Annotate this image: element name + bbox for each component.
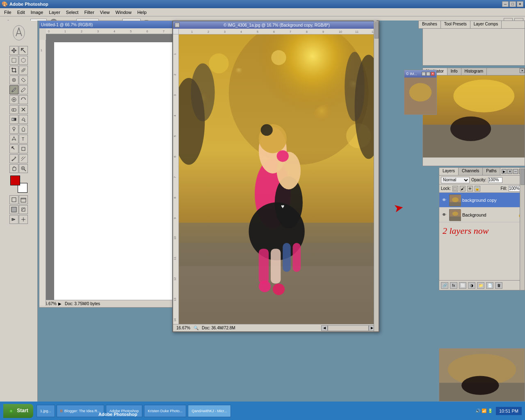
svg-point-92 [409,83,432,102]
taskbar-1jpg[interactable]: 1.jpg... [37,405,55,417]
text-tool[interactable]: T [19,135,28,144]
zoom-tool[interactable] [19,164,28,173]
extra-tool[interactable] [19,215,28,224]
image-scrollbar-v[interactable] [374,21,379,331]
third-minimize[interactable]: ─ [422,72,426,76]
clone-tool[interactable] [9,95,18,104]
crop-tool[interactable] [9,66,18,75]
jump-to-imageready-btn[interactable] [9,215,18,224]
layer-trash-btn[interactable]: 🗑 [495,282,502,289]
dodge-tool[interactable] [9,125,18,134]
layers-minimize[interactable]: ─ [513,169,518,174]
hand-tool[interactable] [9,164,18,173]
patch-tool[interactable] [19,75,28,84]
brush-tool[interactable] [9,85,18,94]
layer-eye-bg[interactable]: 👁 [441,212,447,218]
third-maximize[interactable]: □ [426,72,430,76]
eraser-tool[interactable] [9,105,18,114]
taskbar-kristen[interactable]: Kristen Duke Photo... [144,405,186,417]
history-brush-tool[interactable] [19,95,28,104]
lasso-tool[interactable] [19,56,28,65]
zoom-icon[interactable]: 🔍 [194,326,199,330]
taskbar-blogger[interactable]: B Blogger: The Idea R... [57,405,104,417]
layers-scrollbar[interactable] [520,168,525,290]
layer-background[interactable]: 👁 Background 🔒 [439,208,525,222]
measure-tool[interactable] [19,154,28,163]
scroll-left[interactable]: ◀ [321,325,328,331]
brushes-tab[interactable]: Brushes [419,21,441,28]
channels-tab[interactable]: Channels [459,168,483,175]
maximize-button[interactable]: □ [509,1,516,7]
layer-mask-btn[interactable]: ⬜ [459,282,466,289]
layers-panel-close[interactable]: ✕ [507,169,512,174]
eyedropper-tool[interactable] [9,154,18,163]
history-content [423,28,525,65]
opacity-value[interactable] [488,177,502,183]
layer-eye-bg-copy[interactable]: 👁 [441,197,447,203]
third-close[interactable]: ✕ [431,72,435,76]
layer-group-btn[interactable]: 📁 [477,282,484,289]
arrow-tool[interactable] [19,46,28,55]
tool-presets-tab[interactable]: Tool Presets [441,21,470,28]
pencil-tool[interactable] [19,85,28,94]
paint-bucket-tool[interactable] [19,115,28,124]
lock-position[interactable]: ✛ [467,186,473,192]
menu-view[interactable]: View [98,9,112,16]
info-tab[interactable]: Info [447,68,461,75]
menu-image[interactable]: Image [28,9,46,16]
close-button[interactable]: ✕ [517,1,523,7]
image-win-menu[interactable]: ─ [175,23,180,27]
fullscreen-btn[interactable] [9,205,18,214]
normal-screen-btn[interactable] [9,195,18,204]
menu-layer[interactable]: Layer [46,9,63,16]
gradient-tool[interactable] [9,115,18,124]
lock-all[interactable]: 🔒 [475,186,480,192]
heal-tool[interactable] [9,75,18,84]
layer-new-btn[interactable]: 📄 [486,282,493,289]
start-button[interactable]: Start [3,404,33,418]
taskbar-qanda[interactable]: QandAwithKJ - Micr... [188,405,231,417]
menu-edit[interactable]: Edit [15,9,27,16]
lock-transparent[interactable]: ⬚ [452,186,458,192]
rect-marquee-tool[interactable] [9,56,18,65]
layers-bottom-bar: 🔗 fx ⬜ ◑ 📁 📄 🗑 [439,280,525,290]
layer-background-copy[interactable]: 👁 background copy [439,193,525,208]
scrollbar-thumb[interactable] [374,22,379,39]
layer-fx-btn[interactable]: fx [450,282,457,289]
color-swatches[interactable] [10,176,27,193]
svg-text:1: 1 [64,30,66,33]
menu-filter[interactable]: Filter [82,9,96,16]
svg-text:7: 7 [173,176,176,178]
menu-select[interactable]: Select [64,9,81,16]
layer-name-bg: Background [462,212,516,217]
layer-link-btn[interactable]: 🔗 [441,282,448,289]
menu-help[interactable]: Help [135,9,149,16]
layers-tab[interactable]: Layers [439,168,459,175]
menu-window[interactable]: Window [113,9,134,16]
minimize-button[interactable]: ─ [502,1,509,7]
lock-image[interactable]: 🖌 [460,186,466,192]
fullscreen-menu-btn[interactable] [19,195,28,204]
navigator-panel-close[interactable]: ✕ [520,68,525,73]
window-controls: ─ □ ✕ [502,1,523,7]
path-select-tool[interactable] [9,144,18,153]
shape-tool[interactable] [19,144,28,153]
pen-tool[interactable] [9,135,18,144]
paths-tab[interactable]: Paths [483,168,500,175]
layer-comps-tab[interactable]: Layer Comps [470,21,502,28]
tool-row-11 [9,144,28,153]
quick-mask-btn[interactable] [19,205,28,214]
foreground-color-swatch[interactable] [10,176,20,185]
bg-eraser-tool[interactable] [19,105,28,114]
blend-mode-select[interactable]: Normal [441,177,470,183]
menu-file[interactable]: File [2,9,14,16]
burn-tool[interactable] [19,125,28,134]
scroll-track[interactable] [328,325,369,331]
layer-thumb-bg-copy [449,194,461,206]
slice-tool[interactable] [19,66,28,75]
layers-expand[interactable]: ▶ [502,169,507,174]
layer-adjustment-btn[interactable]: ◑ [468,282,475,289]
histogram-tab[interactable]: Histogram [461,68,487,75]
layers-scrollbar-thumb[interactable] [520,169,525,185]
move-tool[interactable] [9,46,18,55]
